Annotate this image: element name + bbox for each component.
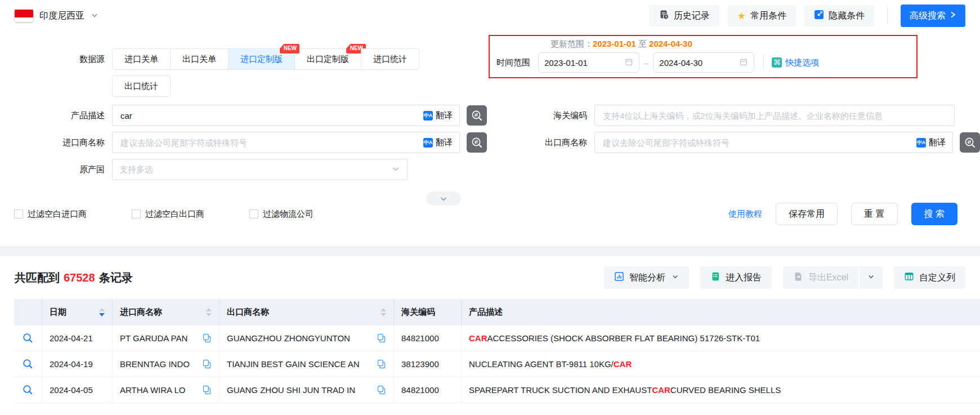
update-range: 更新范围：2023-01-01 至 2024-04-30 (551, 39, 910, 50)
importer-label: 进口商名称 (0, 137, 112, 148)
table-row: 2024-04-05ARTHA WIRA LOGUANG ZHOU SHI JU… (14, 377, 980, 403)
country-selector[interactable]: 印度尼西亚 (15, 10, 99, 22)
tab-import-statistics[interactable]: 进口统计 (361, 48, 419, 70)
tab-export-custom-edition[interactable]: 出口定制版NEW (294, 48, 361, 70)
sort-importer[interactable] (202, 308, 212, 316)
update-range-separator: 至 (638, 39, 647, 48)
copy-icon[interactable] (377, 359, 386, 369)
importer-match-mode-button[interactable] (467, 132, 487, 153)
importer-input-box: 中A 翻译 (112, 132, 460, 153)
checkbox[interactable] (132, 209, 141, 218)
end-date-input[interactable]: 2024-04-30 (653, 52, 754, 73)
tab-import-custom-edition[interactable]: 进口定制版NEW (228, 48, 295, 70)
importer-input[interactable] (119, 137, 418, 148)
exporter-name[interactable]: GUANGZHOU ZHONGYUNTON (227, 333, 372, 343)
filter-logistics-company[interactable]: 过滤物流公司 (249, 209, 314, 220)
quick-options-label: 快捷选项 (785, 57, 819, 68)
cell-hs-code: 38123900 (394, 351, 462, 377)
sort-exporter[interactable] (376, 308, 386, 316)
cell-importer: ARTHA WIRA LO (113, 377, 220, 403)
exporter-row: 出口商名称 中A 翻译 (489, 132, 980, 153)
quick-options-link[interactable]: ⌘ 快捷选项 (772, 57, 819, 68)
filter-blank-exporter[interactable]: 过滤空白出口商 (132, 209, 204, 220)
tab-import-customs[interactable]: 进口关单 (112, 48, 171, 70)
datasource-row: 数据源 进口关单 出口关单 进口定制版NEW 出口定制版NEW 进口统计 出口统… (0, 35, 489, 97)
filter-blank-importer[interactable]: 过滤空白进口商 (14, 209, 87, 220)
hs-code-row: 海关编码 (489, 105, 980, 126)
header-importer: 进口商名称 (113, 299, 220, 325)
analysis-icon (614, 271, 624, 284)
exporter-input[interactable] (602, 137, 911, 148)
origin-select[interactable]: 支持多选 (112, 159, 408, 180)
favorites-button[interactable]: ★ 常用条件 (728, 5, 796, 26)
save-common-button[interactable]: 保存常用 (776, 203, 838, 225)
search-panel: 数据源 进口关单 出口关单 进口定制版NEW 出口定制版NEW 进口统计 出口统… (0, 32, 980, 225)
origin-row: 原产国 支持多选 (0, 159, 489, 180)
sort-date[interactable] (95, 308, 105, 316)
copy-icon[interactable] (377, 333, 386, 343)
export-options-button[interactable] (860, 266, 883, 289)
hide-conditions-label: 隐藏条件 (829, 10, 865, 22)
importer-name[interactable]: ARTHA WIRA LO (120, 385, 198, 395)
chevron-down-icon (672, 273, 679, 283)
row-detail-button[interactable] (14, 377, 42, 403)
enter-report-label: 进入报告 (726, 272, 762, 284)
tab-export-customs[interactable]: 出口关单 (170, 48, 229, 70)
app: 印度尼西亚 历史记录 ★ 常用条件 隐藏条件 (0, 0, 980, 415)
custom-columns-label: 自定义列 (919, 272, 955, 284)
copy-icon[interactable] (202, 359, 212, 369)
exporter-match-mode-button[interactable] (960, 132, 980, 153)
product-match-mode-button[interactable] (467, 105, 487, 126)
collapse-form-button[interactable] (426, 191, 461, 206)
description-part: CAR (652, 385, 670, 395)
checkbox[interactable] (14, 209, 23, 218)
new-badge: NEW (280, 44, 299, 53)
copy-icon[interactable] (377, 385, 386, 395)
table-header: 日期 进口商名称 出口商名称 海关编码 产品描述 (14, 299, 980, 325)
hs-code-input[interactable] (602, 110, 947, 121)
time-range-box: 更新范围：2023-01-01 至 2024-04-30 时间范围 2023-0… (489, 35, 918, 78)
hide-conditions-button[interactable]: 隐藏条件 (804, 5, 874, 26)
translate-label: 翻译 (436, 110, 453, 121)
product-input[interactable] (119, 110, 418, 121)
smart-analysis-label: 智能分析 (629, 272, 665, 284)
cell-exporter: GUANGZHOU ZHONGYUNTON (220, 325, 394, 351)
product-translate-button[interactable]: 中A 翻译 (423, 110, 453, 121)
exporter-name[interactable]: TIANJIN BEST GAIN SCIENCE AN (227, 359, 372, 369)
hs-code-label: 海关编码 (489, 110, 594, 121)
translate-icon: 中A (916, 138, 926, 148)
description-part: SPAREPART TRUCK SUCTION AND EXHAUST (469, 385, 652, 395)
advanced-search-button[interactable]: 高级搜索 (901, 5, 965, 27)
importer-translate-button[interactable]: 中A 翻译 (423, 137, 453, 148)
history-icon (659, 10, 669, 23)
product-label: 产品描述 (0, 110, 112, 121)
search-button[interactable]: 搜 索 (911, 203, 957, 225)
enter-report-button[interactable]: 进入报告 (700, 266, 772, 289)
start-date-input[interactable]: 2023-01-01 (538, 52, 639, 73)
report-icon (710, 271, 721, 284)
importer-name[interactable]: PT GARUDA PAN (120, 333, 198, 343)
smart-analysis-button[interactable]: 智能分析 (604, 266, 689, 289)
custom-columns-button[interactable]: 自定义列 (894, 266, 965, 289)
importer-name[interactable]: BRENNTAG INDO (120, 359, 198, 369)
country-name: 印度尼西亚 (39, 10, 84, 22)
checkbox[interactable] (249, 209, 258, 218)
reset-button[interactable]: 重 置 (851, 203, 897, 225)
row-detail-button[interactable] (14, 325, 42, 351)
count-prefix: 共匹配到 (15, 271, 60, 284)
count-value: 67528 (64, 271, 95, 284)
table-body: 2024-04-21PT GARUDA PANGUANGZHOU ZHONGYU… (14, 325, 980, 403)
cell-importer: PT GARUDA PAN (113, 325, 220, 351)
exporter-name[interactable]: GUANG ZHOU SHI JUN TRAD IN (227, 385, 372, 395)
history-button[interactable]: 历史记录 (649, 5, 719, 26)
time-row-divider (763, 55, 764, 70)
row-detail-button[interactable] (14, 351, 42, 377)
description-part: NUCLEATING AGENT BT-9811 10KG/ (469, 359, 614, 369)
copy-icon[interactable] (202, 385, 212, 395)
exporter-translate-button[interactable]: 中A 翻译 (916, 137, 946, 148)
tab-export-statistics[interactable]: 出口统计 (112, 75, 171, 97)
copy-icon[interactable] (202, 333, 212, 343)
tutorial-link[interactable]: 使用教程 (728, 209, 762, 220)
export-excel-button[interactable]: 导出Excel (783, 266, 858, 289)
command-icon: ⌘ (772, 57, 782, 68)
